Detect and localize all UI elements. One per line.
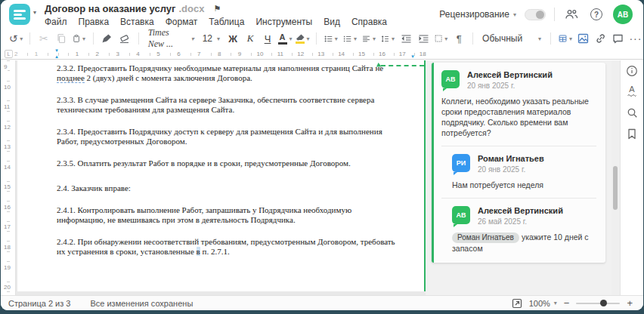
show-formatting-marks-button[interactable]: ¶	[451, 30, 466, 47]
save-status: Все изменения сохранены	[90, 299, 193, 308]
menu-item-7[interactable]: Вид	[324, 17, 340, 27]
ruler-number: 4	[135, 50, 141, 58]
copy-icon[interactable]	[54, 30, 69, 47]
menu-bar: ФайлПравкаВставкаФорматТаблицаИнструмент…	[45, 17, 387, 27]
app-window: ▾ Договор на оказание услуг.docx ⚑ ФайлП…	[1, 0, 643, 310]
doc-line: 2.4.1. Контролировать выполнение Работ, …	[57, 205, 415, 215]
review-mode-button[interactable]: Рецензирование ▾	[439, 9, 516, 20]
clear-formatting-icon[interactable]	[117, 30, 132, 47]
flag-icon[interactable]: ⚑	[213, 4, 221, 14]
zoom-out-button[interactable]: −	[564, 298, 570, 308]
doc-text: 2.3.3. В случае размещения Сайта на серв…	[57, 95, 374, 104]
increase-indent-button[interactable]	[416, 30, 431, 47]
bookmark-icon[interactable]	[624, 126, 639, 141]
comment-date: 20 янв 2025 г.	[467, 82, 553, 90]
menu-item-3[interactable]: Вставка	[120, 17, 154, 27]
user-avatar[interactable]: АВ	[613, 5, 633, 24]
toolbar: ↺▾ ✂ ▾ Times New ...▾ 12▾ Ж К Ч А ▾	[1, 29, 643, 48]
bold-button[interactable]: Ж	[225, 30, 240, 47]
vertical-ruler[interactable]: 91011121314151617181920	[1, 60, 16, 295]
comment-root[interactable]: АВАлексей Вертинский20 янв 2025 г.Коллег…	[441, 70, 596, 138]
doc-paragraph-1: 2.3.2. Предоставить Подрядчику необходим…	[57, 63, 415, 83]
page-margins-button[interactable]: ▾	[433, 30, 449, 47]
menu-item-6[interactable]: Инструменты	[255, 17, 312, 27]
menu-item-5[interactable]: Таблица	[209, 17, 244, 27]
cut-button[interactable]: ✂	[36, 30, 51, 47]
zoom-slider-knob[interactable]	[600, 300, 607, 306]
page-indicator[interactable]: Страница 2 из 3	[8, 299, 70, 308]
doc-line: 2.4.2. При обнаружении несоответствий тр…	[57, 237, 415, 247]
align-button[interactable]: ▾	[361, 30, 377, 47]
doc-line: позднее 2 (двух) дней с момента заключен…	[57, 73, 415, 83]
ruler-number: 11	[276, 50, 285, 58]
menu-item-4[interactable]: Формат	[166, 17, 198, 27]
document-page[interactable]: 2.3.2. Предоставить Подрядчику необходим…	[17, 60, 424, 291]
italic-button[interactable]: К	[243, 30, 258, 47]
ruler-number: 14	[336, 50, 346, 58]
bullet-list-button[interactable]: ▾	[323, 30, 339, 47]
more-tools-button[interactable]: ···	[628, 30, 643, 47]
chevron-down-icon: ▾	[354, 35, 357, 42]
first-line-indent-marker[interactable]: ▾	[55, 48, 58, 53]
insert-link-button[interactable]	[593, 30, 608, 47]
numbered-list-button[interactable]: ▾	[342, 30, 358, 47]
comment-reply[interactable]: АВАлексей Вертинский26 май 2025 г.Роман …	[452, 206, 596, 254]
review-toggle[interactable]	[525, 9, 546, 20]
zoom-slider[interactable]	[576, 303, 620, 304]
comment-avatar: АВ	[452, 206, 470, 224]
ruler-number: 16	[3, 204, 11, 211]
chevron-down-icon: ▾	[20, 35, 23, 42]
zoom-level-select[interactable]: 100%▾	[529, 299, 557, 308]
search-icon[interactable]	[624, 105, 639, 120]
insert-table-button[interactable]: ▾	[557, 30, 574, 47]
app-logo-icon[interactable]	[9, 4, 30, 25]
underline-button[interactable]: Ч	[260, 30, 275, 47]
info-icon[interactable]	[624, 63, 639, 78]
doc-text: 2.4.1. Контролировать выполнение Работ, …	[57, 205, 351, 214]
line-spacing-button[interactable]: ▾	[379, 30, 396, 47]
chevron-down-icon: ▾	[307, 35, 310, 42]
paragraph-style-select[interactable]: Обычный▾	[479, 30, 544, 47]
ruler-number: 12	[3, 124, 11, 131]
format-painter-icon[interactable]	[100, 30, 115, 47]
collaborators-icon[interactable]	[563, 6, 580, 23]
highlight-color-button[interactable]: ▾	[295, 30, 310, 47]
font-size-select[interactable]: 12▾	[200, 30, 223, 47]
ruler-number: 6	[175, 50, 181, 58]
paste-button[interactable]: ▾	[71, 30, 87, 47]
tab-selector[interactable]: L	[5, 50, 13, 58]
doc-text: 2.4. Заказчик вправе:	[57, 183, 131, 192]
comment-reply[interactable]: РИРоман Игнатьев20 янв 2025 г.Нам потреб…	[452, 154, 596, 190]
scrollbar[interactable]	[611, 60, 620, 295]
doc-paragraph-5: 2.4. Заказчик вправе:	[57, 183, 415, 193]
scrollbar-thumb[interactable]	[613, 166, 618, 210]
horizontal-ruler[interactable]: L 21123456789101112131415161718 ▾ ▴ ▾	[1, 48, 643, 60]
zoom-in-button[interactable]: +	[627, 298, 633, 308]
doc-line: 2.3.3. В случае размещения Сайта на серв…	[57, 95, 415, 105]
help-icon[interactable]: ?	[588, 6, 605, 23]
logo-menu-caret-icon[interactable]: ▾	[33, 9, 36, 16]
ruler-number: 1	[74, 50, 80, 58]
fit-width-icon[interactable]	[512, 298, 522, 309]
menu-item-8[interactable]: Справка	[351, 17, 387, 27]
chevron-down-icon: ▾	[554, 300, 557, 306]
doc-text: Работ, предусмотренных Договором.	[57, 137, 187, 146]
insert-image-button[interactable]	[576, 30, 591, 47]
comment-thread[interactable]: АВАлексей Вертинский20 янв 2025 г.Коллег…	[432, 63, 605, 263]
spellcheck-icon[interactable]: А	[624, 83, 639, 98]
document-extension: .docx	[178, 3, 204, 14]
chevron-down-icon: ▾	[191, 35, 194, 42]
undo-button[interactable]: ↺▾	[8, 30, 23, 47]
doc-line: 2.4. Заказчик вправе:	[57, 183, 415, 193]
doc-text: их устранения в сроки, установленные	[57, 247, 197, 256]
ruler-number: 20	[3, 284, 11, 291]
menu-item-1[interactable]: Файл	[45, 17, 67, 27]
comment-button[interactable]	[611, 30, 626, 47]
menu-item-2[interactable]: Правка	[79, 17, 110, 27]
right-indent-marker[interactable]: ▾	[411, 54, 414, 59]
decrease-indent-button[interactable]	[398, 30, 413, 47]
font-color-button[interactable]: А ▾	[277, 30, 293, 47]
font-family-select[interactable]: Times New ...▾	[145, 30, 197, 47]
doc-line: 2.3.2. Предоставить Подрядчику необходим…	[57, 63, 415, 73]
left-indent-marker[interactable]: ▴	[55, 54, 58, 59]
